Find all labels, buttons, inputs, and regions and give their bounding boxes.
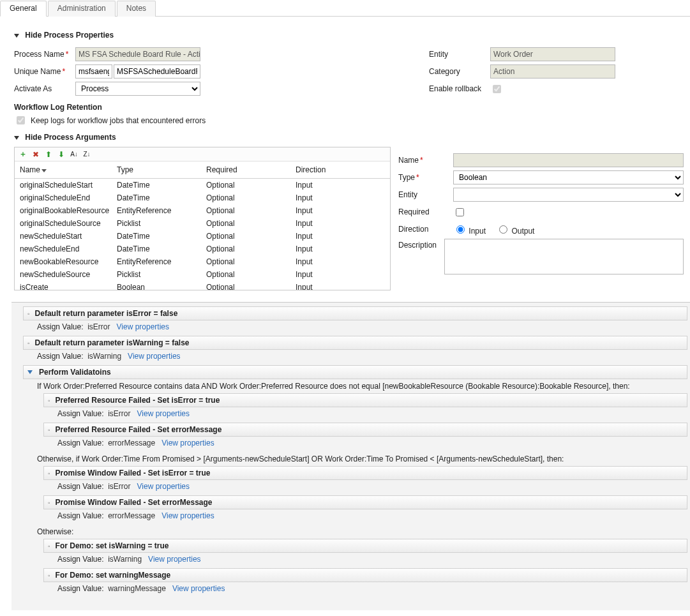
step-iserror-false[interactable]: ◦ Default return parameter isError = fal… xyxy=(23,306,687,320)
add-icon[interactable]: ＋ xyxy=(19,150,27,159)
keep-logs-checkbox[interactable] xyxy=(17,116,25,124)
cell-required: Optional xyxy=(206,270,296,279)
table-row[interactable]: isCreateBooleanOptionalInput xyxy=(15,281,390,290)
cell-name: originalBookableResource xyxy=(15,206,117,215)
cell-name: newBookableResource xyxy=(15,257,117,266)
arrow-down-icon[interactable]: ⬇ xyxy=(57,150,66,159)
col-type[interactable]: Type xyxy=(117,165,206,174)
step-perform-validations[interactable]: Perform Validatoins xyxy=(23,365,687,379)
step-title: For Demo: set warningMessage xyxy=(56,571,171,580)
step-promise-errmsg[interactable]: ◦ Promise Window Failed - Set errorMessa… xyxy=(43,495,687,509)
argform-description[interactable] xyxy=(444,239,684,274)
table-row[interactable]: newBookableResourceEntityReferenceOption… xyxy=(15,255,390,268)
bullet-icon: ◦ xyxy=(27,340,30,347)
cell-name: originalScheduleStart xyxy=(15,181,117,190)
view-properties-link[interactable]: View properties xyxy=(172,584,225,593)
col-name[interactable]: Name xyxy=(15,165,117,174)
view-properties-link[interactable]: View properties xyxy=(137,409,190,418)
argform-label-name: Name* xyxy=(398,156,453,165)
view-properties-link[interactable]: View properties xyxy=(117,322,170,331)
step-pref-res-errmsg[interactable]: ◦ Preferred Resource Failed - Set errorM… xyxy=(43,423,687,437)
argform-label-type: Type* xyxy=(398,173,453,182)
col-required[interactable]: Required xyxy=(206,165,296,174)
table-row[interactable]: newScheduleEndDateTimeOptionalInput xyxy=(15,243,390,255)
view-properties-link[interactable]: View properties xyxy=(161,511,214,520)
cell-direction: Input xyxy=(296,257,390,266)
cell-direction: Input xyxy=(296,181,390,190)
view-properties-link[interactable]: View properties xyxy=(161,439,214,447)
bullet-icon: ◦ xyxy=(48,499,50,506)
bullet-icon: ◦ xyxy=(48,572,50,579)
view-properties-link[interactable]: View properties xyxy=(128,352,181,361)
label-enable-rollback: Enable rollback xyxy=(429,84,490,93)
sort-za-icon[interactable]: Z↓ xyxy=(82,150,91,159)
cell-type: DateTime xyxy=(117,232,206,241)
cell-direction: Input xyxy=(296,270,390,279)
tab-general[interactable]: General xyxy=(0,1,47,17)
cell-required: Optional xyxy=(206,257,296,266)
table-row[interactable]: originalScheduleEndDateTimeOptionalInput xyxy=(15,192,390,204)
view-properties-link[interactable]: View properties xyxy=(148,555,201,564)
arguments-grid: ＋ ✖ ⬆ ⬇ A↓ Z↓ Name Type Required Directi… xyxy=(14,147,391,290)
cell-type: EntityReference xyxy=(117,257,206,266)
unique-name-prefix[interactable] xyxy=(75,64,112,79)
argform-label-description: Description xyxy=(398,239,444,250)
label-entity: Entity xyxy=(429,50,490,59)
enable-rollback-checkbox[interactable] xyxy=(493,85,501,93)
argform-label-required: Required xyxy=(398,207,453,216)
tab-notes[interactable]: Notes xyxy=(117,1,156,17)
keep-logs-row[interactable]: Keep logs for workflow jobs that encount… xyxy=(14,114,410,126)
label-category: Category xyxy=(429,67,490,76)
table-row[interactable]: originalScheduleSourcePicklistOptionalIn… xyxy=(15,217,390,230)
process-arguments-title: Hide Process Arguments xyxy=(25,133,116,142)
cell-type: Picklist xyxy=(117,270,206,279)
argform-type-select[interactable]: Boolean xyxy=(453,170,684,184)
cell-required: Optional xyxy=(206,283,296,290)
cell-direction: Input xyxy=(296,219,390,228)
activate-as-select[interactable]: Process xyxy=(75,82,200,96)
view-properties-link[interactable]: View properties xyxy=(137,482,190,491)
step-subline: Assign Value: isError View properties xyxy=(23,320,687,334)
argform-direction-output[interactable]: Output xyxy=(496,223,534,236)
tab-administration[interactable]: Administration xyxy=(48,1,116,17)
col-direction[interactable]: Direction xyxy=(296,165,390,174)
sort-az-icon[interactable]: A↓ xyxy=(70,150,79,159)
step-iswarning-false[interactable]: ◦ Default return parameter isWarning = f… xyxy=(23,336,687,350)
cell-type: Boolean xyxy=(117,283,206,290)
toggle-process-properties[interactable]: Hide Process Properties xyxy=(14,31,684,40)
cell-name: originalScheduleSource xyxy=(15,219,117,228)
step-title: Default return parameter isError = false xyxy=(35,309,178,318)
table-row[interactable]: originalBookableResourceEntityReferenceO… xyxy=(15,204,390,217)
cell-name: newScheduleEnd xyxy=(15,244,117,253)
unique-name-field[interactable] xyxy=(114,64,200,79)
table-row[interactable]: originalScheduleStartDateTimeOptionalInp… xyxy=(15,179,390,192)
cell-type: DateTime xyxy=(117,193,206,202)
step-subline: Assign Value: errorMessage View properti… xyxy=(43,509,687,523)
step-title: Promise Window Failed - Set isError = tr… xyxy=(56,469,211,477)
step-pref-res-iserror[interactable]: ◦ Preferred Resource Failed - Set isErro… xyxy=(43,393,687,407)
argform-direction-input[interactable]: Input xyxy=(453,223,486,236)
bullet-icon: ◦ xyxy=(27,310,30,317)
process-properties-title: Hide Process Properties xyxy=(25,31,114,40)
label-process-name: Process Name* xyxy=(14,50,75,59)
step-promise-iserror[interactable]: ◦ Promise Window Failed - Set isError = … xyxy=(43,466,687,480)
cell-type: EntityReference xyxy=(117,206,206,215)
step-subline: Assign Value: warningMessage View proper… xyxy=(43,582,687,596)
toggle-process-arguments[interactable]: Hide Process Arguments xyxy=(14,133,684,142)
arguments-grid-body[interactable]: originalScheduleStartDateTimeOptionalInp… xyxy=(15,179,390,290)
entity-field: Work Order xyxy=(490,47,615,61)
cell-type: DateTime xyxy=(117,244,206,253)
arrow-up-icon[interactable]: ⬆ xyxy=(44,150,53,159)
table-row[interactable]: newScheduleSourcePicklistOptionalInput xyxy=(15,268,390,281)
step-demo-iswarning[interactable]: ◦ For Demo: set isWarning = true xyxy=(43,539,687,553)
step-subline: Assign Value: errorMessage View properti… xyxy=(43,437,687,451)
table-row[interactable]: newScheduleStartDateTimeOptionalInput xyxy=(15,230,390,243)
workflow-log-retention-header: Workflow Log Retention xyxy=(14,103,410,112)
argform-name-field xyxy=(453,153,684,167)
label-activate-as: Activate As xyxy=(14,84,75,93)
step-demo-warnmsg[interactable]: ◦ For Demo: set warningMessage xyxy=(43,568,687,582)
argform-entity-select[interactable] xyxy=(453,188,684,202)
argform-required-checkbox[interactable] xyxy=(456,208,464,216)
step-subline: Assign Value: isError View properties xyxy=(43,480,687,494)
delete-icon[interactable]: ✖ xyxy=(31,150,40,159)
